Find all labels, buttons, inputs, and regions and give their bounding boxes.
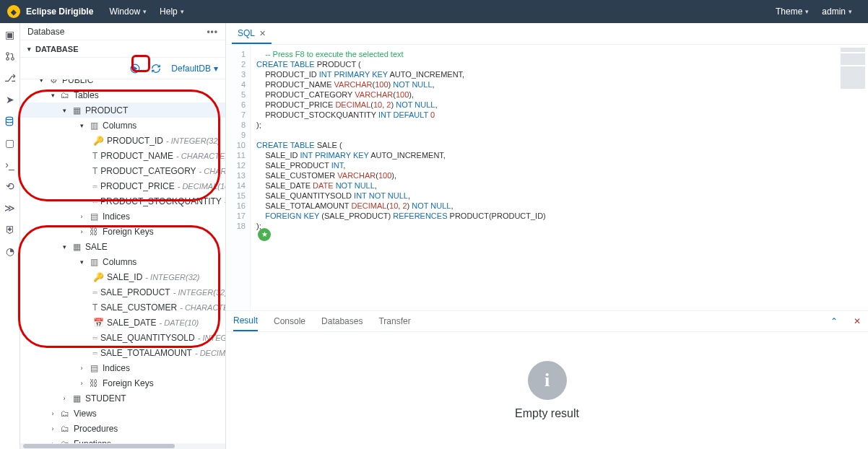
- chevron-down-icon: ▾: [181, 8, 184, 15]
- svg-point-1: [6, 58, 9, 61]
- brand-text: Eclipse Dirigible: [26, 6, 93, 17]
- table-student[interactable]: ›▦STUDENT: [20, 391, 225, 406]
- empty-result-text: Empty result: [515, 407, 579, 420]
- column-product_price[interactable]: ⎓PRODUCT_PRICE - DECIMAL(10): [20, 178, 225, 193]
- rail-database-icon[interactable]: [0, 114, 20, 128]
- fkeys-node[interactable]: ›⛓Foreign Keys: [20, 224, 225, 239]
- rail-shield-icon[interactable]: ⛨: [3, 222, 17, 237]
- column-sale_quantitysold[interactable]: ⎓SALE_QUANTITYSOLD - INTEGER(32): [20, 330, 225, 345]
- menu-theme[interactable]: Theme▾: [771, 4, 813, 19]
- chevron-down-icon: ▾: [143, 8, 147, 15]
- column-sale_id[interactable]: 🔑SALE_ID - INTEGER(32): [20, 269, 225, 284]
- column-product_category[interactable]: TPRODUCT_CATEGORY - CHARACTER VARYING: [20, 163, 225, 178]
- column-sale_totalamount[interactable]: ⎓SALE_TOTALAMOUNT - DECIMAL(10): [20, 345, 225, 360]
- close-icon[interactable]: ✕: [259, 29, 266, 38]
- rail-gauge-icon[interactable]: ◔: [3, 244, 17, 258]
- top-bar: ◆ Eclipse Dirigible Window▾ Help▾ Theme▾…: [0, 0, 868, 23]
- fkeys-node[interactable]: ›⛓Foreign Keys: [20, 375, 225, 391]
- table-product[interactable]: ▾▦PRODUCT: [20, 103, 225, 118]
- schema-node[interactable]: ▾⚙PUBLIC: [20, 79, 225, 87]
- column-sale_product[interactable]: ⎓SALE_PRODUCT - INTEGER(32): [20, 284, 225, 300]
- bottom-tabs: Result Console Databases Transfer ⌃ ✕: [226, 310, 868, 332]
- panel-more-icon[interactable]: •••: [207, 27, 218, 37]
- rail-history-icon[interactable]: ⟲: [3, 179, 17, 193]
- tables-node[interactable]: ▾🗂Tables: [20, 87, 225, 103]
- rail-terminal-icon[interactable]: ›_: [3, 157, 17, 172]
- chevron-down-icon: ▾: [849, 8, 852, 15]
- indices-node[interactable]: ›▤Indices: [20, 209, 225, 224]
- rail-branch-icon[interactable]: ⎇: [3, 71, 17, 85]
- brand-icon: ◆: [7, 5, 20, 18]
- svg-point-2: [11, 58, 14, 61]
- database-select[interactable]: DefaultDB▾: [168, 64, 221, 74]
- tab-databases[interactable]: Databases: [321, 312, 363, 331]
- tab-result[interactable]: Result: [233, 311, 258, 331]
- table-sale[interactable]: ▾▦SALE: [20, 239, 225, 254]
- result-panel: i Empty result: [226, 332, 868, 449]
- chevron-down-icon[interactable]: ▾: [27, 45, 31, 53]
- menu-user[interactable]: admin▾: [817, 4, 856, 19]
- execute-button[interactable]: [126, 60, 144, 77]
- database-tree: ▾⚙PUBLIC ▾🗂Tables ▾▦PRODUCT ▾▥Columns 🔑P…: [20, 79, 225, 443]
- panel-title: Database: [27, 27, 64, 37]
- tree-scrollbar[interactable]: [20, 443, 225, 449]
- rail-git-icon[interactable]: [3, 49, 17, 64]
- views-node[interactable]: ›🗂Views: [20, 406, 225, 421]
- tab-sql[interactable]: SQL ✕: [232, 24, 272, 44]
- column-product_stockquantity[interactable]: ⎓PRODUCT_STOCKQUANTITY - INTEGER(32): [20, 193, 225, 209]
- columns-node[interactable]: ▾▥Columns: [20, 254, 225, 269]
- column-sale_customer[interactable]: TSALE_CUSTOMER - CHARACTER VARYING(100): [20, 300, 225, 315]
- database-panel: Database ••• ▾ DATABASE DefaultDB▾ ▾⚙PUB…: [20, 23, 226, 449]
- column-product_name[interactable]: TPRODUCT_NAME - CHARACTER VARYING(100): [20, 148, 225, 163]
- chevron-down-icon: ▾: [214, 64, 218, 74]
- menu-help[interactable]: Help▾: [155, 4, 188, 19]
- editor-tabs: SQL ✕: [226, 23, 868, 45]
- refresh-button[interactable]: [148, 61, 164, 77]
- columns-node[interactable]: ▾▥Columns: [20, 118, 225, 133]
- column-sale_date[interactable]: 📅SALE_DATE - DATE(10): [20, 315, 225, 330]
- section-label: DATABASE: [35, 45, 78, 53]
- code-editor[interactable]: 123456789101112131415161718 -- Press F8 …: [226, 45, 868, 310]
- rail-workbench-icon[interactable]: ▣: [3, 27, 17, 42]
- lightbulb-icon[interactable]: ★: [258, 228, 271, 241]
- svg-point-0: [6, 53, 9, 56]
- tab-console[interactable]: Console: [274, 312, 305, 331]
- collapse-icon[interactable]: ⌃: [830, 316, 838, 326]
- procedures-node[interactable]: ›🗂Procedures: [20, 421, 225, 436]
- rail-flow-icon[interactable]: ≫: [3, 201, 17, 215]
- info-icon: i: [528, 361, 567, 400]
- rail-image-icon[interactable]: ▢: [3, 136, 17, 150]
- editor-area: SQL ✕ 123456789101112131415161718 -- Pre…: [226, 23, 868, 449]
- close-icon[interactable]: ✕: [854, 316, 861, 326]
- chevron-down-icon: ▾: [805, 8, 809, 15]
- activity-rail: ▣ ⎇ ➤ ▢ ›_ ⟲ ≫ ⛨ ◔: [0, 23, 20, 449]
- menu-window[interactable]: Window▾: [105, 4, 151, 19]
- svg-point-3: [6, 117, 12, 120]
- minimap[interactable]: [841, 48, 865, 91]
- rail-arrow-icon[interactable]: ➤: [3, 92, 17, 107]
- indices-node[interactable]: ›▤Indices: [20, 360, 225, 375]
- column-product_id[interactable]: 🔑PRODUCT_ID - INTEGER(32): [20, 133, 225, 148]
- tab-transfer[interactable]: Transfer: [378, 312, 410, 331]
- functions-node[interactable]: ›🗂Functions: [20, 436, 225, 443]
